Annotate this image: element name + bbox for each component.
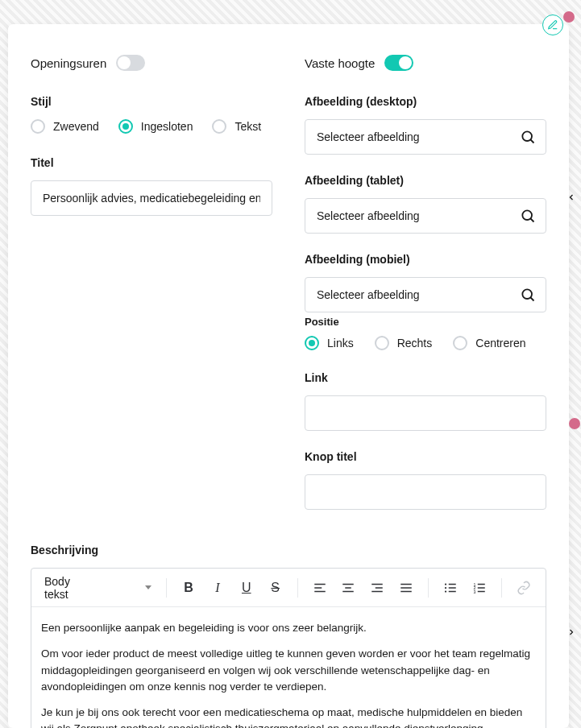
link-icon	[517, 581, 531, 595]
align-justify-icon	[399, 581, 413, 595]
collapse-right-handle[interactable]	[560, 181, 581, 213]
toggle-knob	[399, 56, 412, 69]
svg-point-0	[522, 131, 532, 141]
rte-align-center-button[interactable]	[337, 576, 361, 600]
img-tablet-label: Afbeelding (tablet)	[305, 174, 546, 187]
edit-badge[interactable]	[542, 14, 563, 35]
svg-point-2	[522, 210, 532, 220]
rte-link-button[interactable]	[512, 576, 536, 600]
link-input[interactable]	[305, 395, 546, 431]
align-right-icon	[370, 581, 384, 595]
toolbar-separator	[428, 578, 429, 598]
rte-bold-button[interactable]: B	[176, 576, 201, 600]
title-input[interactable]	[31, 180, 272, 216]
svg-point-19	[445, 586, 446, 588]
align-left-icon	[313, 581, 327, 595]
settings-panel: Openingsuren Stijl Zwevend Ingesloten Te…	[8, 24, 569, 728]
rte-align-justify-button[interactable]	[394, 576, 418, 600]
position-radio-group: Links Rechts Centreren	[305, 336, 546, 350]
style-radio-ingesloten[interactable]: Ingesloten	[118, 119, 193, 134]
button-title-label: Knop titel	[305, 450, 546, 463]
style-label: Stijl	[31, 95, 272, 108]
search-icon	[520, 208, 536, 224]
style-radio-zwevend[interactable]: Zwevend	[31, 119, 99, 134]
button-title-input[interactable]	[305, 474, 546, 510]
toolbar-separator	[297, 578, 298, 598]
opening-hours-label: Openingsuren	[31, 56, 106, 70]
rte-style-dropdown[interactable]: Body tekst	[41, 575, 156, 601]
desc-paragraph: Een persoonlijke aanpak en begeleiding i…	[41, 620, 536, 636]
rte-ol-button[interactable]: 123	[467, 576, 492, 600]
img-mobile-label: Afbeelding (mobiel)	[305, 253, 546, 266]
rte-strike-button[interactable]: S	[264, 576, 288, 600]
rte-underline-button[interactable]: U	[234, 576, 259, 600]
opening-hours-toggle[interactable]	[116, 55, 145, 71]
align-center-icon	[341, 581, 355, 595]
svg-line-3	[531, 219, 534, 222]
rte-italic-button[interactable]: I	[205, 576, 230, 600]
chevron-down-icon	[145, 585, 151, 589]
img-mobile-select[interactable]: Selecteer afbeelding	[305, 277, 546, 312]
toolbar-separator	[501, 578, 502, 598]
rte-content[interactable]: Een persoonlijke aanpak en begeleiding i…	[31, 607, 546, 728]
drag-handle-dot[interactable]	[563, 11, 575, 23]
fixed-height-label: Vaste hoogte	[305, 56, 375, 70]
list-ol-icon: 123	[472, 581, 487, 595]
svg-line-1	[531, 140, 534, 143]
pos-radio-links[interactable]: Links	[305, 336, 354, 350]
svg-text:3: 3	[474, 589, 476, 594]
position-label: Positie	[305, 316, 546, 328]
desc-paragraph: Om voor ieder product de meest volledige…	[41, 646, 536, 695]
img-desktop-label: Afbeelding (desktop)	[305, 95, 546, 108]
pos-radio-rechts[interactable]: Rechts	[375, 336, 433, 350]
rte-ul-button[interactable]	[438, 576, 463, 600]
desc-paragraph: Je kun je bij ons ook terecht voor een m…	[41, 705, 536, 728]
right-column: Vaste hoogte Afbeelding (desktop) Select…	[305, 55, 546, 529]
svg-point-18	[445, 583, 446, 585]
toggle-knob	[118, 56, 131, 69]
pos-radio-centreren[interactable]: Centreren	[453, 336, 525, 350]
svg-line-5	[531, 298, 534, 301]
fixed-height-toggle[interactable]	[384, 55, 413, 71]
rte-toolbar: Body tekst B I U S	[31, 569, 546, 607]
toolbar-separator	[166, 578, 167, 598]
img-tablet-select[interactable]: Selecteer afbeelding	[305, 198, 546, 234]
rte-align-left-button[interactable]	[308, 576, 332, 600]
description-label: Beschrijving	[31, 544, 546, 556]
pencil-icon	[547, 19, 558, 31]
left-column: Openingsuren Stijl Zwevend Ingesloten Te…	[31, 55, 272, 529]
title-label: Titel	[31, 156, 272, 169]
link-label: Link	[305, 371, 546, 384]
style-radio-tekst[interactable]: Tekst	[212, 119, 261, 134]
search-icon	[520, 129, 536, 145]
svg-point-4	[522, 289, 532, 299]
expand-right-handle[interactable]	[560, 616, 581, 648]
rte-align-right-button[interactable]	[365, 576, 389, 600]
search-icon	[520, 287, 536, 303]
img-desktop-select[interactable]: Selecteer afbeelding	[305, 119, 546, 155]
svg-point-20	[445, 590, 446, 592]
list-ul-icon	[443, 581, 458, 595]
rte-editor: Body tekst B I U S	[31, 568, 546, 728]
drag-handle-dot[interactable]	[569, 418, 580, 429]
style-radio-group: Zwevend Ingesloten Tekst	[31, 119, 272, 134]
